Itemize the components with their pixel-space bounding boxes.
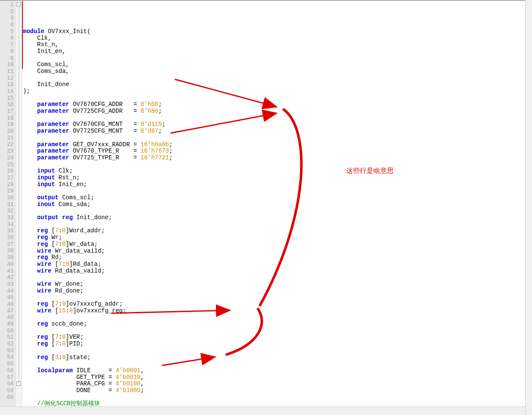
code-line[interactable] [22, 294, 531, 301]
code-line[interactable]: wire Rd_done; [22, 288, 531, 295]
code-line[interactable]: reg [7:0]Wr_data; [22, 241, 531, 248]
code-line[interactable]: parameter OV7670CFG_MCNT = 8'd115; [22, 121, 531, 128]
code-line[interactable]: input Clk; [22, 168, 531, 175]
code-line[interactable] [22, 115, 531, 122]
code-line[interactable] [22, 188, 531, 195]
code-line[interactable]: parameter GET_OV7xxx_RADDR = 16'h0a0b; [22, 142, 531, 148]
change-marker [22, 1, 23, 69]
code-line[interactable]: reg [7:0]VER; [22, 334, 531, 341]
code-line[interactable]: PARA_CFG = 4'b0100, [22, 381, 531, 387]
code-line[interactable] [22, 361, 531, 368]
code-line[interactable]: input Init_en; [22, 181, 531, 188]
code-line[interactable]: input Rst_n; [22, 175, 531, 181]
code-line[interactable]: reg Rd; [22, 254, 531, 261]
code-line[interactable]: Init_done [22, 81, 531, 88]
code-line[interactable]: parameter OV7670_TYPE_R = 16'h7673; [22, 148, 531, 155]
code-line[interactable] [22, 221, 531, 228]
code-line[interactable]: module OV7xxx_Init( [22, 28, 531, 35]
code-text-area[interactable]: 这些行是啥意思 module OV7xxx_Init( Clk, Rst_n, … [22, 1, 531, 407]
code-line[interactable]: Clk, [22, 35, 531, 42]
code-line[interactable] [22, 208, 531, 214]
code-line[interactable] [22, 314, 531, 321]
code-line[interactable]: Coms_sda, [22, 68, 531, 75]
fold-minus-icon[interactable]: - [17, 2, 21, 6]
code-line[interactable]: ); [22, 88, 531, 95]
code-line[interactable] [22, 274, 531, 281]
code-line[interactable]: wire [15:0]ov7xxxcfg_reg; [22, 308, 531, 315]
code-line[interactable] [22, 75, 531, 82]
code-line[interactable]: reg [7:0]Word_addr; [22, 228, 531, 234]
code-line[interactable] [22, 162, 531, 168]
line-gutter[interactable]: 1234567891011121314151617181920212223242… [0, 1, 16, 407]
code-line[interactable]: wire [7:0]Rd_data; [22, 261, 531, 268]
code-line[interactable]: Rst_n, [22, 42, 531, 48]
code-line[interactable]: reg [3:0]state; [22, 354, 531, 361]
code-line[interactable]: DONE = 4'b1000; [22, 387, 531, 394]
code-line[interactable]: parameter OV7670CFG_ADDR = 8'h00; [22, 101, 531, 108]
code-line[interactable]: wire Wr_data_vaild; [22, 248, 531, 255]
code-line[interactable] [22, 95, 531, 102]
code-line[interactable]: reg [7:0]ov7xxxcfg_addr; [22, 301, 531, 308]
vertical-scrollbar[interactable] [525, 0, 532, 415]
code-line[interactable]: reg [7:0]PID; [22, 341, 531, 348]
fold-guide [19, 7, 19, 382]
code-line[interactable]: reg Wr; [22, 234, 531, 241]
code-line[interactable]: parameter OV7725_TYPE_R = 16'h7721; [22, 155, 531, 162]
code-line[interactable]: Init_en, [22, 48, 531, 55]
code-line[interactable]: GET_TYPE = 4'b0010, [22, 374, 531, 381]
fold-column[interactable]: - - [16, 1, 22, 407]
code-line[interactable]: output Coms_scl; [22, 195, 531, 201]
code-line[interactable]: localparam IDLE = 4'b0001, [22, 368, 531, 374]
code-line[interactable] [22, 394, 531, 401]
code-line[interactable] [22, 328, 531, 334]
code-line[interactable]: wire Rd_data_vaild; [22, 268, 531, 275]
status-bar [0, 407, 532, 415]
code-line[interactable]: Coms_scl, [22, 61, 531, 68]
editor-container: 1234567891011121314151617181920212223242… [0, 0, 532, 407]
code-line[interactable]: inout Coms_sda; [22, 201, 531, 208]
code-line[interactable]: reg sccb_done; [22, 321, 531, 328]
fold-minus-icon[interactable]: - [17, 382, 21, 386]
code-line[interactable]: parameter OV7725CFG_MCNT = 8'd67; [22, 128, 531, 135]
code-line[interactable] [22, 55, 531, 62]
code-line[interactable]: wire Wr_done; [22, 281, 531, 288]
code-line[interactable] [22, 348, 531, 354]
code-line[interactable] [22, 135, 531, 142]
code-line[interactable]: //例化SCCB控制器模块 [22, 401, 531, 407]
code-line[interactable]: output reg Init_done; [22, 214, 531, 221]
code-line[interactable]: parameter OV7725CFG_ADDR = 8'h80; [22, 108, 531, 115]
